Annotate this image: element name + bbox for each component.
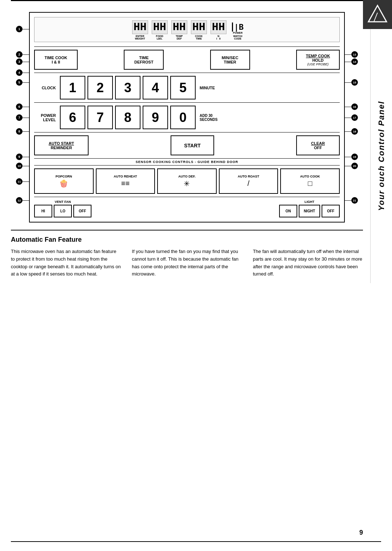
num-0-button[interactable]: 0 [170, 106, 196, 129]
callout-5: 5 [16, 79, 29, 86]
callout-12: 12 [16, 197, 29, 204]
display-col-temp: HH TEMPDEF [171, 20, 188, 40]
power-level-label: POWER LEVEL [34, 113, 58, 122]
display-row: HH ENTERWEIGHT HH FOODLBS. HH TEMPDEF HH… [34, 17, 340, 42]
top-border [11, 0, 381, 1]
num-3-button[interactable]: 3 [115, 76, 140, 99]
num-7-button[interactable]: 7 [87, 106, 113, 129]
num-1-button[interactable]: 1 [60, 76, 85, 99]
row-clock-numbers: CLOCK 1 2 3 4 5 MINUTE [34, 76, 340, 99]
time-cook-button[interactable]: TIME COOK I & II [34, 50, 78, 70]
right-callouts: 13 14 15 16 17 [345, 12, 364, 223]
callout-13: 13 [345, 51, 358, 58]
callout-17: 17 [345, 114, 358, 121]
digit-1: HH [132, 20, 148, 34]
logo-area [363, 0, 392, 29]
text-col-3: The fan will automatically turn off when… [253, 248, 363, 278]
display-col-n: HH NI II [210, 20, 227, 40]
divider-4 [34, 132, 340, 132]
auto-def-button[interactable]: AUTO DEF. ✳ [157, 168, 217, 194]
digit-4: HH [191, 20, 207, 34]
vent-fan-section: VENT FAN HI LO OFF [34, 200, 91, 217]
callout-14: 14 [345, 58, 358, 65]
vent-buttons-group: HI LO OFF [34, 205, 91, 217]
on-button[interactable]: ON [279, 205, 297, 217]
main-content: 1 2 3 4 [11, 12, 363, 278]
power-bar-display: |B [232, 23, 244, 32]
light-buttons-group: ON NIGHT OFF [279, 205, 340, 217]
auto-start-button[interactable]: AUTO START REMINDER [34, 135, 89, 155]
bottom-border [11, 541, 381, 542]
minute-label: MINUTE [198, 86, 221, 90]
clock-label: CLOCK [34, 86, 58, 90]
auto-cook-icon: □ [308, 179, 312, 188]
start-button[interactable]: START [171, 135, 214, 155]
vent-off-button[interactable]: OFF [73, 205, 91, 217]
min-sec-timer-button[interactable]: MIN/SEC TIMER [210, 50, 250, 70]
digit-2: HH [152, 20, 168, 34]
display-col-power: |B POWER WATCHCODE [232, 23, 244, 40]
callout-8: 8 [16, 128, 29, 135]
action-row: AUTO START REMINDER START CLEAR OFF [34, 135, 340, 155]
callout-7: 7 [16, 114, 29, 121]
section-title: Automatic Fan Feature [11, 236, 363, 244]
digit-3: HH [171, 20, 187, 34]
right-sidebar: Your ouch Control Panel [370, 29, 392, 283]
night-button[interactable]: NIGHT [299, 205, 320, 217]
auto-buttons-row: POPCORN 🍿 AUTO REHEAT ≡≡ AUTO DEF. ✳ AUT… [34, 168, 340, 194]
callout-10: 10 [16, 163, 29, 169]
page-number: 9 [359, 529, 363, 536]
clear-off-button[interactable]: CLEAR OFF [296, 135, 340, 155]
auto-roast-button[interactable]: AUTO ROAST / [219, 168, 278, 194]
sidebar-vertical-text: Your ouch Control Panel [377, 101, 386, 211]
time-defrost-button[interactable]: TIME DEFROST [124, 50, 164, 70]
row-power-numbers: POWER LEVEL 6 7 8 9 0 ADD 30 SECONDS [34, 106, 340, 129]
hi-button[interactable]: HI [34, 205, 52, 217]
callout-6: 6 [16, 103, 29, 110]
temp-cook-hold-button[interactable]: TEMP COOK HOLD (USE PROBE) [296, 50, 340, 70]
num-5-button[interactable]: 5 [170, 76, 196, 99]
diagram-wrapper: 1 2 3 4 [29, 12, 345, 223]
row-function-buttons: TIME COOK I & II TIME DEFROST MIN/SEC TI… [34, 50, 340, 70]
divider-1 [34, 46, 340, 47]
auto-roast-icon: / [248, 179, 250, 188]
num-8-button[interactable]: 8 [115, 106, 140, 129]
callout-2: 2 [16, 51, 29, 58]
popcorn-icon: 🍿 [59, 179, 68, 188]
bottom-divider [11, 230, 363, 230]
callout-9: 9 [16, 154, 29, 160]
num-6-button[interactable]: 6 [60, 106, 85, 129]
callout-19: 19 [345, 154, 358, 160]
auto-def-icon: ✳ [184, 179, 190, 188]
auto-cook-button[interactable]: AUTO COOK □ [280, 168, 340, 194]
display-col-enter: HH ENTERWEIGHT [132, 20, 148, 40]
power-label: POWER [233, 32, 242, 34]
callout-1: 1 [16, 26, 29, 32]
auto-reheat-icon: ≡≡ [121, 179, 130, 188]
lo-button[interactable]: LO [54, 205, 72, 217]
text-col-2: If you have turned the fan on you may fi… [132, 248, 242, 278]
callout-20: 20 [345, 163, 358, 169]
add30-label: ADD 30 SECONDS [198, 114, 221, 122]
num-4-button[interactable]: 4 [143, 76, 168, 99]
page: Your ouch Control Panel 1 2 [0, 0, 392, 551]
divider-2 [34, 73, 340, 73]
popcorn-button[interactable]: POPCORN 🍿 [34, 168, 94, 194]
left-callouts: 1 2 3 4 [10, 12, 29, 223]
num-9-button[interactable]: 9 [143, 106, 168, 129]
text-col-1: This microwave oven has an automatic fan… [11, 248, 121, 278]
sensor-cooking-label: SENSOR COOKING CONTROLS - GUIDE BEHIND D… [34, 158, 340, 166]
brand-logo-icon [367, 4, 388, 25]
divider-5 [34, 197, 340, 197]
digit-5: HH [211, 20, 226, 34]
text-columns: This microwave oven has an automatic fan… [11, 248, 363, 278]
vent-light-row: VENT FAN HI LO OFF LIGHT ON NIGHT [34, 200, 340, 217]
num-2-button[interactable]: 2 [87, 76, 113, 99]
callout-15: 15 [345, 79, 358, 86]
display-col-cook: HH COOKTIME [191, 20, 207, 40]
light-section: LIGHT ON NIGHT OFF [279, 200, 340, 217]
light-off-button[interactable]: OFF [322, 205, 340, 217]
auto-reheat-button[interactable]: AUTO REHEAT ≡≡ [96, 168, 155, 194]
callout-3: 3 [16, 58, 29, 65]
callout-4: 4 [16, 69, 29, 76]
